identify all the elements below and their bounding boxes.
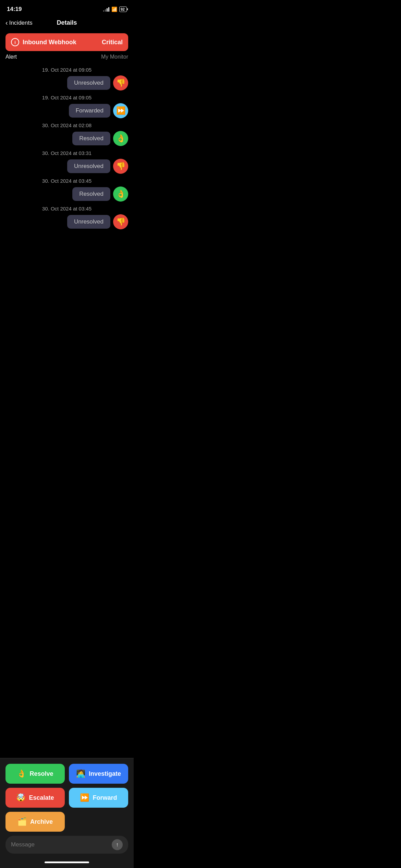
status-icon-red-3: 👎 <box>113 214 128 229</box>
status-badge-resolved-1: Resolved <box>72 132 110 145</box>
battery-icon: 92 <box>119 7 127 12</box>
alert-banner-left: i Inbound Webhook <box>11 38 76 46</box>
status-icon-teal: ⏩ <box>113 103 128 118</box>
back-button[interactable]: ‹ Incidents <box>5 19 33 27</box>
back-label: Incidents <box>9 20 33 26</box>
status-row-4: Unresolved 👎 <box>0 157 134 175</box>
info-icon: i <box>11 38 19 46</box>
status-row-3: Resolved 👌 <box>0 130 134 147</box>
status-icon-green-1: 👌 <box>113 131 128 146</box>
alert-subtitle: Alert My Monitor <box>0 51 134 61</box>
chevron-left-icon: ‹ <box>5 19 8 27</box>
status-icon-red-2: 👎 <box>113 159 128 174</box>
status-row-5: Resolved 👌 <box>0 185 134 203</box>
signal-icon <box>103 7 109 12</box>
status-badge-unresolved-2: Unresolved <box>67 159 110 173</box>
status-row-1: Unresolved 👎 <box>0 74 134 92</box>
alert-banner: i Inbound Webhook Critical <box>5 33 128 51</box>
status-bar: 14:19 📶 92 <box>0 0 134 16</box>
status-row-2: Forwarded ⏩ <box>0 102 134 120</box>
alert-severity: Critical <box>102 39 123 46</box>
timestamp-4: 30. Oct 2024 at 03:31 <box>0 147 134 157</box>
nav-bar: ‹ Incidents Details <box>0 16 134 31</box>
timeline-area: 19. Oct 2024 at 09:05 Unresolved 👎 19. O… <box>0 61 134 233</box>
alert-type: Alert <box>5 54 17 60</box>
timestamp-6: 30. Oct 2024 at 03:45 <box>0 203 134 213</box>
status-time: 14:19 <box>7 6 22 13</box>
status-icon-green-2: 👌 <box>113 186 128 202</box>
status-icon-red-1: 👎 <box>113 75 128 91</box>
alert-monitor: My Monitor <box>101 54 128 60</box>
timestamp-3: 30. Oct 2024 at 02:08 <box>0 120 134 130</box>
wifi-icon: 📶 <box>111 7 117 12</box>
timestamp-1: 19. Oct 2024 at 09:05 <box>0 64 134 74</box>
timestamp-2: 19. Oct 2024 at 09:05 <box>0 92 134 102</box>
status-badge-unresolved-1: Unresolved <box>67 76 110 90</box>
timestamp-7: 30. Oct 2024 at 03:45 <box>0 231 134 233</box>
status-badge-resolved-2: Resolved <box>72 187 110 201</box>
alert-title: Inbound Webhook <box>23 39 76 46</box>
status-row-6: Unresolved 👎 <box>0 213 134 231</box>
page-title: Details <box>57 19 77 26</box>
timestamp-5: 30. Oct 2024 at 03:45 <box>0 175 134 185</box>
status-badge-unresolved-3: Unresolved <box>67 215 110 229</box>
status-icons: 📶 92 <box>103 7 127 12</box>
status-badge-forwarded: Forwarded <box>69 104 110 118</box>
